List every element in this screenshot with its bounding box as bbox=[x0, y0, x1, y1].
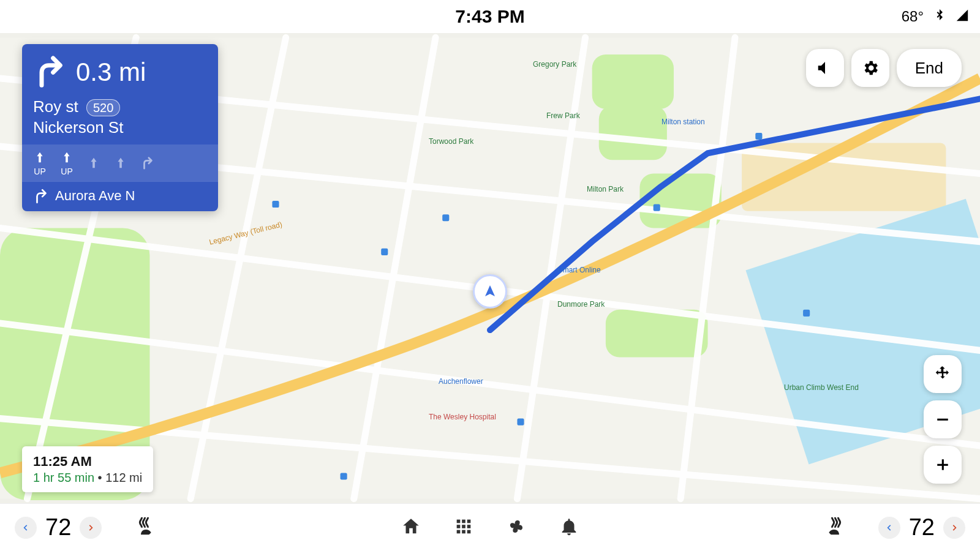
poi-label: Milton Park bbox=[587, 185, 624, 193]
poi-label: Umart Online bbox=[557, 266, 601, 274]
lane-arrow bbox=[114, 155, 127, 171]
svg-rect-22 bbox=[755, 133, 762, 140]
eta-arrival: 11:25 AM bbox=[33, 454, 142, 470]
status-bar: 7:43 PM 68° bbox=[0, 0, 882, 33]
turn-direction-card[interactable]: 0.3 mi Roy st 520 Nickerson St UPUP Auro… bbox=[22, 44, 218, 211]
next-turn-row: Aurora Ave N bbox=[22, 181, 218, 211]
poi-label: Gregory Park bbox=[533, 60, 576, 69]
lane-guidance: UPUP bbox=[22, 144, 218, 181]
mute-button[interactable] bbox=[806, 49, 844, 87]
turn-right-icon bbox=[33, 54, 67, 91]
turn-distance: 0.3 mi bbox=[76, 58, 146, 87]
svg-rect-3 bbox=[599, 105, 667, 160]
poi-label: The Wesley Hospital bbox=[429, 413, 496, 421]
poi-label: Milton station bbox=[662, 118, 705, 126]
poi-label: Frew Park bbox=[546, 111, 580, 120]
settings-button[interactable] bbox=[851, 49, 882, 87]
poi-label: Dunmore Park bbox=[557, 300, 605, 309]
svg-rect-20 bbox=[442, 214, 449, 221]
svg-rect-23 bbox=[654, 204, 660, 211]
poi-label: Urban Climb West End bbox=[784, 383, 859, 392]
eta-summary: 1 hr 55 min • 112 mi bbox=[33, 471, 142, 485]
turn-street: Roy st 520 Nickerson St bbox=[22, 97, 218, 144]
svg-rect-24 bbox=[341, 473, 347, 479]
route-shield: 520 bbox=[86, 99, 120, 116]
lane-arrow: UP bbox=[33, 149, 47, 176]
svg-rect-21 bbox=[517, 419, 524, 425]
eta-card[interactable]: 11:25 AM 1 hr 55 min • 112 mi bbox=[22, 446, 153, 492]
lane-arrow bbox=[87, 155, 100, 171]
svg-rect-19 bbox=[381, 249, 388, 255]
next-turn-label: Aurora Ave N bbox=[55, 188, 135, 204]
clock-time: 7:43 PM bbox=[455, 6, 524, 27]
lane-arrow: UP bbox=[60, 149, 74, 176]
poi-label: Torwood Park bbox=[429, 137, 473, 146]
poi-label: Auchenflower bbox=[439, 377, 483, 386]
current-location-marker bbox=[473, 274, 507, 309]
svg-rect-25 bbox=[803, 310, 810, 317]
svg-rect-18 bbox=[272, 201, 279, 208]
svg-rect-2 bbox=[592, 54, 674, 109]
lane-arrow bbox=[141, 155, 154, 171]
